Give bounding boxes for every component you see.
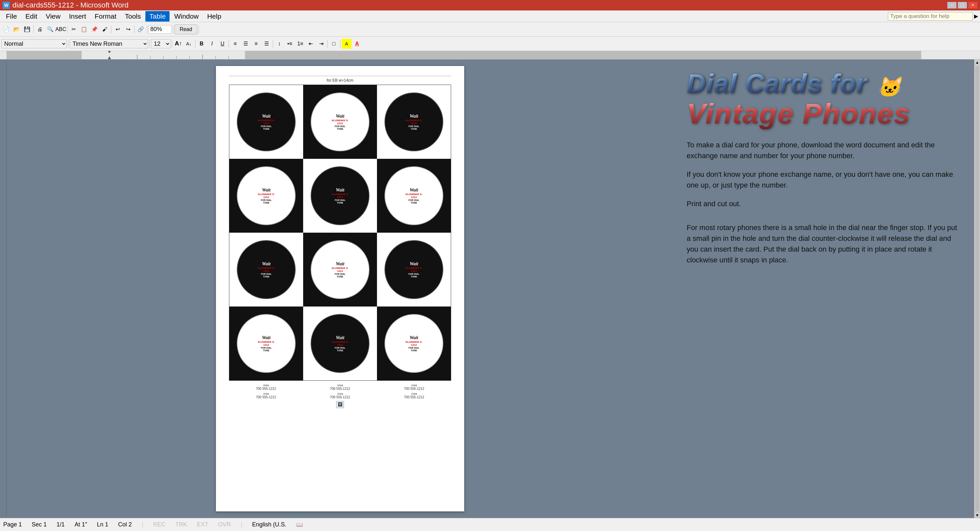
- dial-circle-1: Wait KLONDIKE 5-1212 FOR DIALTONE: [237, 92, 296, 151]
- new-button[interactable]: 📄: [1, 24, 11, 34]
- status-rec: REC: [153, 521, 165, 528]
- help-search-input[interactable]: [888, 12, 973, 21]
- status-icon: 📖: [296, 521, 303, 528]
- align-left-button[interactable]: ≡: [230, 39, 240, 49]
- format-painter-button[interactable]: 🖌: [100, 24, 110, 34]
- scrollbar-thumb[interactable]: [975, 66, 979, 511]
- paste-button[interactable]: 📌: [89, 24, 99, 34]
- minimize-button[interactable]: −: [947, 2, 956, 8]
- cat-icon: 🐱: [877, 77, 902, 98]
- title-bar: W dial-cards555-1212 - Microsoft Word − …: [0, 0, 980, 10]
- grow-font-button[interactable]: A↑: [173, 39, 183, 49]
- font-color-button[interactable]: A: [352, 39, 362, 49]
- dial-cell-6: Wait KLONDIKE 5-1212 FOR DIALTONE: [377, 159, 451, 233]
- dial-cell-1: Wait KLONDIKE 5-1212 FOR DIALTONE: [229, 85, 303, 159]
- numbering-button[interactable]: 1≡: [295, 39, 305, 49]
- print-preview-button[interactable]: 🔍: [45, 24, 55, 34]
- menu-file[interactable]: File: [2, 11, 21, 22]
- window-controls[interactable]: − □ ×: [947, 2, 977, 8]
- fmt-sep-5: [229, 40, 229, 48]
- outside-border-button[interactable]: □: [329, 39, 339, 49]
- increase-indent-button[interactable]: ⇥: [316, 39, 326, 49]
- bullet-button[interactable]: •≡: [285, 39, 295, 49]
- title-left: W dial-cards555-1212 - Microsoft Word: [3, 1, 128, 10]
- bottom-icon: 🖼: [336, 401, 344, 408]
- bold-button[interactable]: B: [197, 39, 207, 49]
- vertical-scrollbar[interactable]: ▲ ▼: [974, 59, 980, 518]
- menu-edit[interactable]: Edit: [22, 11, 41, 22]
- print-button[interactable]: 🖨: [35, 24, 45, 34]
- phone-num-3: Area700 555-1212: [404, 383, 424, 391]
- dial-exchange-6: KLONDIKE 5-1212: [406, 193, 422, 199]
- read-button[interactable]: Read: [175, 24, 197, 34]
- size-dropdown[interactable]: 12: [151, 39, 170, 48]
- fmt-sep-2: [149, 40, 150, 48]
- window-title: dial-cards555-1212 - Microsoft Word: [13, 1, 128, 10]
- menu-view[interactable]: View: [42, 11, 64, 22]
- menu-help[interactable]: Help: [203, 11, 225, 22]
- undo-button[interactable]: ↩: [113, 24, 123, 34]
- dial-wait-7: Wait: [262, 262, 270, 267]
- help-search-button[interactable]: ▶: [974, 13, 978, 19]
- svg-rect-1: [6, 51, 82, 59]
- underline-button[interactable]: U: [218, 39, 228, 49]
- cut-button[interactable]: ✂: [68, 24, 78, 34]
- dial-exchange-8: KLONDIKE 5-1212: [332, 267, 348, 273]
- sep-6: [173, 26, 173, 33]
- menu-window[interactable]: Window: [170, 11, 202, 22]
- align-right-button[interactable]: ≡: [251, 39, 261, 49]
- status-page: Page 1: [3, 521, 22, 528]
- line-spacing-button[interactable]: ↕: [274, 39, 284, 49]
- dial-circle-12: Wait KLONDIKE 5-1212 FOR DIALTONE: [385, 314, 444, 373]
- dial-for-dial-1: FOR DIALTONE: [261, 125, 272, 130]
- dial-exchange-10: KLONDIKE 5-1212: [258, 341, 274, 347]
- justify-button[interactable]: ☰: [262, 39, 272, 49]
- page-top-line: [229, 76, 451, 76]
- dial-cell-3: Wait KLONDIKE 5-1212 FOR DIALTONE: [377, 85, 451, 159]
- dial-cell-5: Wait KLONDIKE 5-1212 FOR DIALTONE: [303, 159, 377, 233]
- dial-wait-1: Wait: [262, 114, 270, 119]
- dial-exchange-7: KLONDIKE 5-1212: [258, 267, 274, 273]
- menu-table[interactable]: Table: [145, 11, 170, 22]
- fmt-sep-6: [273, 40, 273, 48]
- phone-num-5: Area700 555-1212: [330, 392, 350, 399]
- sep-5: [147, 26, 147, 33]
- dial-exchange-4: KLONDIKE 5-1212: [258, 193, 274, 199]
- fmt-sep-7: [327, 40, 328, 48]
- maximize-button[interactable]: □: [958, 2, 967, 8]
- hyperlink-button[interactable]: 🔗: [136, 24, 146, 34]
- highlight-button[interactable]: A: [342, 39, 352, 49]
- menu-tools[interactable]: Tools: [121, 11, 145, 22]
- dial-for-dial-8: FOR DIALTONE: [334, 273, 345, 278]
- title-line1: Dial Cards for 🐱: [687, 69, 961, 98]
- status-bar: Page 1 Sec 1 1/1 At 1" Ln 1 Col 2 REC TR…: [0, 518, 980, 531]
- style-dropdown[interactable]: Normal: [1, 39, 67, 48]
- open-button[interactable]: 📂: [12, 24, 22, 34]
- zoom-input[interactable]: [149, 25, 172, 33]
- dial-circle-7: Wait KLONDIKE 5-1212 FOR DIALTONE: [237, 240, 296, 299]
- dial-exchange-1: KLONDIKE 5-1212: [258, 119, 274, 125]
- align-center-button[interactable]: ☰: [241, 39, 251, 49]
- font-dropdown[interactable]: Times New Roman: [70, 39, 148, 48]
- dial-for-dial-12: FOR DIALTONE: [408, 347, 419, 352]
- status-trk: TRK: [175, 521, 187, 528]
- spelling-button[interactable]: ABC: [56, 24, 66, 34]
- status-language: English (U.S.: [252, 521, 286, 528]
- dial-wait-4: Wait: [262, 188, 270, 193]
- menu-format[interactable]: Format: [91, 11, 121, 22]
- phone-num-6: Area700 555-1212: [404, 392, 424, 399]
- italic-button[interactable]: I: [207, 39, 217, 49]
- shrink-font-button[interactable]: A↓: [184, 39, 194, 49]
- scrollbar-up-button[interactable]: ▲: [974, 59, 980, 65]
- paragraph-3: Print and cut out.: [687, 198, 961, 209]
- close-button[interactable]: ×: [968, 2, 977, 8]
- scrollbar-down-button[interactable]: ▼: [974, 512, 980, 518]
- menu-insert[interactable]: Insert: [65, 11, 90, 22]
- redo-button[interactable]: ↪: [123, 24, 133, 34]
- dial-for-dial-2: FOR DIALTONE: [334, 125, 345, 130]
- decrease-indent-button[interactable]: ⇤: [306, 39, 315, 49]
- copy-button[interactable]: 📋: [79, 24, 89, 34]
- main-area: for EB w=14cm Wait KLONDIKE 5-1212 FOR D…: [0, 59, 980, 518]
- save-button[interactable]: 💾: [22, 24, 32, 34]
- dial-circle-9: Wait KLONDIKE 5-1212 FOR DIALTONE: [385, 240, 444, 299]
